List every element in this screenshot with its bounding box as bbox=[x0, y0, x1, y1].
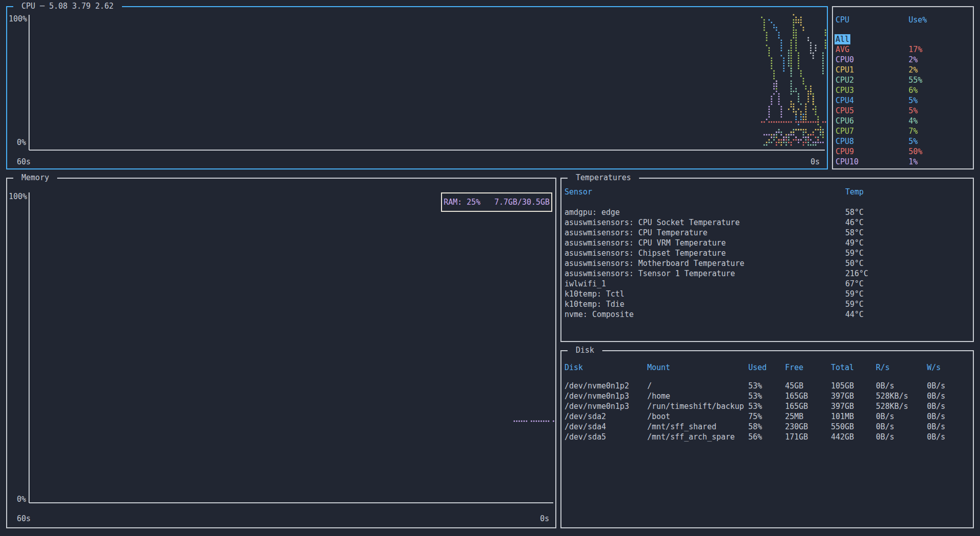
disk-cell: 45GB bbox=[785, 381, 803, 391]
cpu-legend-value: 1% bbox=[909, 157, 918, 167]
disk-cell: /run/timeshift/backup bbox=[647, 401, 744, 411]
sensor-name: amdgpu: edge bbox=[565, 207, 620, 217]
cpu-legend-row-cpu3[interactable]: CPU36% bbox=[833, 85, 973, 95]
disk-row: /dev/nvme0n1p3/home53%165GB397GB528KB/s0… bbox=[561, 391, 973, 401]
cpu-legend-value: 5% bbox=[909, 136, 918, 147]
cpu-legend-row-cpu2[interactable]: CPU255% bbox=[833, 75, 973, 85]
disk-cell: 0B/s bbox=[927, 401, 945, 411]
cpu-panel: CPU ─ 5.08 3.79 2.62 100% 0% 60s 0s bbox=[6, 6, 828, 169]
disk-cell: 53% bbox=[748, 401, 762, 411]
cpu-legend-value: 2% bbox=[909, 65, 918, 75]
sensor-name: asuswmisensors: Chipset Temperature bbox=[565, 248, 726, 258]
cpu-legend-row-all[interactable]: All bbox=[833, 34, 973, 44]
disk-cell: 0B/s bbox=[927, 411, 945, 422]
disk-cell: 0B/s bbox=[927, 432, 945, 442]
disk-table-rows: /dev/nvme0n1p2/53%45GB105GB0B/s0B/s/dev/… bbox=[561, 381, 973, 442]
cpu-legend-row-cpu8[interactable]: CPU85% bbox=[833, 136, 973, 147]
mem-ymax-label: 100% bbox=[9, 191, 27, 202]
system-monitor-screen: CPU ─ 5.08 3.79 2.62 100% 0% 60s 0s CPU … bbox=[0, 0, 980, 536]
disk-panel: Disk DiskMountUsedFreeTotalR/sW/s /dev/n… bbox=[560, 350, 974, 528]
disk-cell: 550GB bbox=[831, 422, 854, 432]
cpu-legend-header-use: Use% bbox=[909, 15, 927, 25]
disk-cell: 230GB bbox=[785, 422, 808, 432]
cpu-legend-label: CPU2 bbox=[836, 75, 854, 85]
disk-cell: 56% bbox=[748, 432, 762, 442]
disk-cell: 165GB bbox=[785, 391, 808, 401]
sensor-name: iwlwifi_1 bbox=[565, 279, 606, 289]
cpu-legend-label: CPU5 bbox=[836, 106, 854, 116]
temperature-row: iwlwifi_167°C bbox=[561, 279, 973, 289]
disk-cell: 528KB/s bbox=[876, 401, 908, 411]
temperature-row: asuswmisensors: CPU Socket Temperature46… bbox=[561, 217, 973, 228]
temperature-row: asuswmisensors: CPU VRM Temperature49°C bbox=[561, 238, 973, 248]
cpu-legend-row-cpu6[interactable]: CPU64% bbox=[833, 116, 973, 126]
sensor-temp: 59°C bbox=[845, 289, 864, 299]
temperature-row: amdgpu: edge58°C bbox=[561, 207, 973, 217]
cpu-legend-row-cpu9[interactable]: CPU950% bbox=[833, 147, 973, 157]
cpu-legend-label: CPU7 bbox=[836, 126, 854, 136]
cpu-legend-value: 17% bbox=[909, 44, 922, 55]
cpu-legend-panel: CPU Use% AllAVG17%CPU02%CPU12%CPU255%CPU… bbox=[832, 6, 974, 169]
disk-header-ws: W/s bbox=[927, 362, 941, 373]
cpu-legend-value: 2% bbox=[909, 55, 918, 65]
mem-ymin-label: 0% bbox=[17, 494, 26, 504]
cpu-legend-header-cpu: CPU bbox=[836, 15, 849, 25]
mem-xright-label: 0s bbox=[540, 514, 549, 524]
ram-usage-text: RAM: 25% 7.7GB/30.5GB bbox=[444, 197, 550, 207]
cpu-legend-row-cpu5[interactable]: CPU55% bbox=[833, 106, 973, 116]
disk-cell: 53% bbox=[748, 391, 762, 401]
disk-cell: /dev/sda4 bbox=[565, 422, 606, 432]
temperature-rows: amdgpu: edge58°Casuswmisensors: CPU Sock… bbox=[561, 207, 973, 320]
cpu-legend-label: CPU9 bbox=[836, 147, 854, 157]
cpu-legend-label: CPU3 bbox=[836, 85, 854, 95]
cpu-legend-value: 5% bbox=[909, 106, 918, 116]
cpu-legend-row-cpu7[interactable]: CPU77% bbox=[833, 126, 973, 136]
disk-cell: 397GB bbox=[831, 401, 854, 411]
cpu-legend-value: 7% bbox=[909, 126, 918, 136]
cpu-ymin-label: 0% bbox=[17, 137, 26, 148]
cpu-legend-row-cpu1[interactable]: CPU12% bbox=[833, 65, 973, 75]
cpu-legend-row-cpu0[interactable]: CPU02% bbox=[833, 55, 973, 65]
disk-cell: 0B/s bbox=[927, 381, 945, 391]
sensor-name: k10temp: Tdie bbox=[565, 299, 624, 309]
disk-header-disk: Disk bbox=[565, 362, 583, 373]
disk-row: /dev/sda4/mnt/sff_shared58%230GB550GB0B/… bbox=[561, 422, 973, 432]
temperatures-panel-title: Temperatures bbox=[568, 173, 639, 183]
disk-header-rs: R/s bbox=[876, 362, 890, 373]
sensor-temp: 59°C bbox=[845, 299, 864, 309]
cpu-legend-label: CPU1 bbox=[836, 65, 854, 75]
cpu-legend-label: CPU6 bbox=[836, 116, 854, 126]
sensor-temp: 59°C bbox=[845, 248, 864, 258]
cpu-ymax-label: 100% bbox=[9, 14, 27, 24]
sensor-temp: 58°C bbox=[845, 228, 864, 238]
sensor-temp: 67°C bbox=[845, 279, 864, 289]
disk-cell: 0B/s bbox=[876, 411, 894, 422]
cpu-xright-label: 0s bbox=[811, 157, 820, 167]
cpu-legend-row-avg[interactable]: AVG17% bbox=[833, 44, 973, 55]
disk-row: /dev/sda5/mnt/sff_arch_spare56%171GB442G… bbox=[561, 432, 973, 442]
disk-cell: 397GB bbox=[831, 391, 854, 401]
temps-header-temp: Temp bbox=[845, 187, 864, 197]
temperature-row: asuswmisensors: Tsensor 1 Temperature216… bbox=[561, 269, 973, 279]
sensor-name: asuswmisensors: Motherboard Temperature bbox=[565, 258, 744, 269]
disk-header-free: Free bbox=[785, 362, 803, 373]
temperature-row: asuswmisensors: Chipset Temperature59°C bbox=[561, 248, 973, 258]
disk-row: /dev/nvme0n1p2/53%45GB105GB0B/s0B/s bbox=[561, 381, 973, 391]
mem-xleft-label: 60s bbox=[17, 514, 31, 524]
cpu-legend-label: All bbox=[835, 34, 850, 44]
disk-cell: 0B/s bbox=[876, 422, 894, 432]
sensor-name: asuswmisensors: CPU Socket Temperature bbox=[565, 217, 740, 228]
sensor-temp: 58°C bbox=[845, 207, 864, 217]
temperature-row: k10temp: Tctl59°C bbox=[561, 289, 973, 299]
sensor-name: asuswmisensors: Tsensor 1 Temperature bbox=[565, 269, 735, 279]
cpu-legend-value: 6% bbox=[909, 85, 918, 95]
disk-cell: 101MB bbox=[831, 411, 854, 422]
cpu-legend-row-cpu10[interactable]: CPU101% bbox=[833, 157, 973, 167]
disk-cell: 171GB bbox=[785, 432, 808, 442]
cpu-legend-row-cpu4[interactable]: CPU45% bbox=[833, 95, 973, 106]
disk-header-total: Total bbox=[831, 362, 854, 373]
disk-cell: /mnt/sff_shared bbox=[647, 422, 716, 432]
disk-cell: 442GB bbox=[831, 432, 854, 442]
sensor-name: k10temp: Tctl bbox=[565, 289, 624, 299]
disk-cell: /dev/sda2 bbox=[565, 411, 606, 422]
